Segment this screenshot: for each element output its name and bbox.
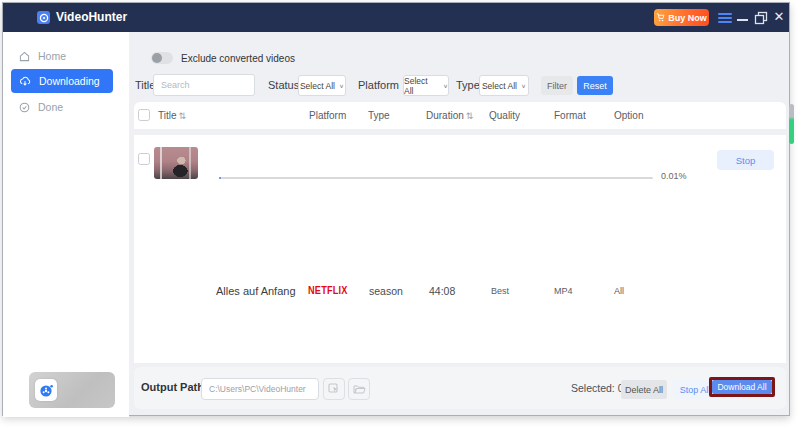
chevron-down-icon: ∨ [443, 82, 448, 88]
platform-select[interactable]: Select All ∨ [403, 75, 449, 96]
close-button[interactable]: ✕ [772, 8, 786, 26]
header-duration[interactable]: Duration⇅ [426, 102, 473, 129]
header-platform: Platform [309, 102, 346, 129]
highlight-annotation: Download All [709, 377, 775, 397]
row-format: MP4 [554, 279, 573, 303]
screenshot: VideoHunter Buy Now ✕ Home Downloading [0, 0, 800, 429]
video-title: Alles auf Anfang [216, 279, 296, 303]
cursor-select-icon [328, 383, 340, 395]
row-duration: 44:08 [429, 279, 455, 303]
header-type: Type [368, 102, 390, 129]
sort-icon: ⇅ [466, 111, 474, 121]
stop-button[interactable]: Stop [717, 150, 774, 170]
menu-icon[interactable] [718, 13, 732, 23]
row-option: All [614, 279, 624, 303]
download-all-button[interactable]: Download All [712, 380, 772, 394]
download-cloud-icon [19, 76, 31, 87]
type-filter-label: Type [456, 79, 480, 91]
sidebar-item-downloading[interactable]: Downloading [11, 69, 113, 93]
output-path-label: Output Path [141, 381, 204, 393]
app-logo-icon [37, 11, 50, 24]
minimize-button[interactable] [737, 19, 748, 21]
sidebar: Home Downloading Done [3, 32, 129, 417]
sidebar-item-label: Home [38, 50, 66, 62]
sidebar-item-home[interactable]: Home [11, 45, 121, 67]
chevron-down-icon: ∨ [521, 82, 526, 88]
select-all-checkbox[interactable] [138, 109, 150, 121]
table-header: Title⇅ Platform Type Duration⇅ Quality F… [134, 102, 786, 129]
progress-fill [219, 177, 221, 179]
scrollbar-thumb[interactable] [789, 104, 794, 144]
progress-label: 0.01% [661, 171, 687, 181]
header-quality: Quality [489, 102, 520, 129]
sidebar-item-label: Done [38, 101, 63, 113]
header-title[interactable]: Title⇅ [158, 102, 186, 129]
netflix-logo: NETFLIX [308, 279, 348, 303]
status-select[interactable]: Select All ∨ [298, 75, 346, 96]
exclude-converted-toggle[interactable] [151, 52, 173, 64]
cart-icon [656, 13, 665, 22]
chevron-down-icon: ∨ [339, 82, 344, 88]
reset-button[interactable]: Reset [577, 76, 613, 95]
done-check-icon [19, 102, 30, 113]
sort-icon: ⇅ [179, 111, 187, 121]
delete-all-button[interactable]: Delete All [621, 380, 667, 399]
titlebar: VideoHunter Buy Now ✕ [3, 3, 789, 32]
output-path-input[interactable] [201, 378, 319, 400]
sidebar-item-done[interactable]: Done [11, 96, 121, 118]
status-select-value: Select All [300, 81, 335, 91]
search-input[interactable] [153, 74, 255, 96]
type-select-value: Select All [482, 81, 517, 91]
filter-button[interactable]: Filter [541, 76, 573, 95]
toggle-knob [152, 53, 162, 63]
table-body: Alles auf Anfang NETFLIX season 44:08 Be… [134, 135, 786, 363]
maximize-button[interactable] [754, 11, 768, 25]
folder-icon [353, 384, 366, 395]
locate-file-button[interactable] [323, 378, 345, 400]
header-option: Option [614, 102, 643, 129]
video-thumbnail [154, 147, 198, 179]
footer-bar: Output Path Selected: 0 Delete All Stop … [134, 367, 786, 409]
selected-count: Selected: 0 [571, 382, 624, 394]
exclude-converted-label: Exclude converted videos [181, 53, 295, 64]
row-checkbox[interactable] [138, 153, 150, 165]
progress-bar [219, 177, 653, 179]
platform-select-value: Select All [404, 76, 439, 96]
platform-filter-label: Platform [358, 79, 399, 91]
buy-now-button[interactable]: Buy Now [654, 9, 709, 26]
home-icon [19, 51, 30, 62]
watermark-logo-icon [35, 379, 57, 401]
buy-now-label: Buy Now [668, 13, 707, 23]
status-filter-label: Status [268, 79, 299, 91]
row-type: season [369, 279, 403, 303]
app-title: VideoHunter [56, 3, 127, 32]
open-folder-button[interactable] [348, 378, 370, 400]
row-quality: Best [491, 279, 509, 303]
type-select[interactable]: Select All ∨ [479, 75, 529, 96]
app-window: VideoHunter Buy Now ✕ Home Downloading [2, 2, 790, 416]
app-watermark [29, 372, 115, 408]
header-format: Format [554, 102, 586, 129]
sidebar-item-label: Downloading [39, 75, 100, 87]
